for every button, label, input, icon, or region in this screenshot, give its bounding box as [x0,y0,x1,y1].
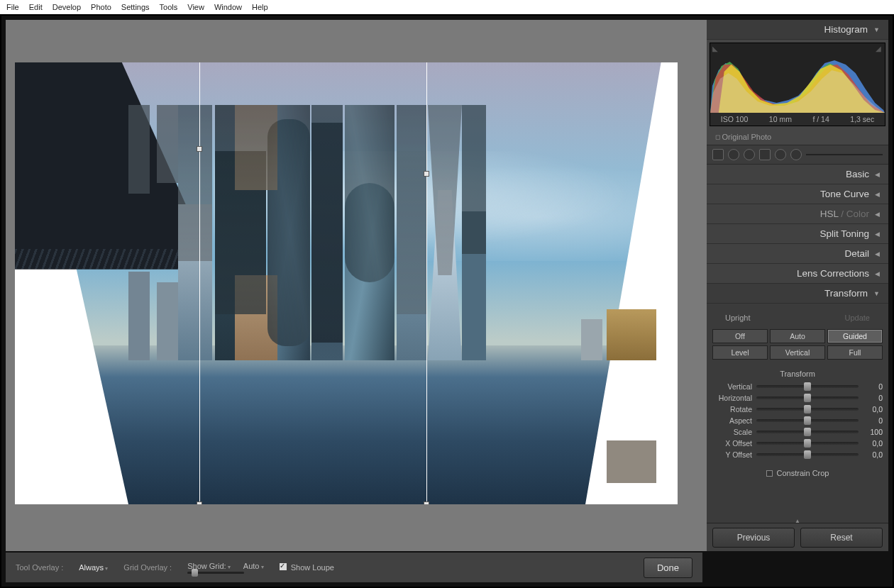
slider-value[interactable]: 0,0 [863,405,883,414]
app-window: Histogram▼ ◣ ◢ ISO 100 10 mm f / 14 1,3 … [0,14,894,588]
menu-help[interactable]: Help [248,1,272,13]
menu-edit[interactable]: Edit [25,1,47,13]
slider-track[interactable] [756,385,859,388]
guide-line-1[interactable] [199,62,200,504]
slider-label: Scale [712,428,752,436]
menu-tools[interactable]: Tools [155,1,182,13]
brush-tool-icon[interactable] [790,149,802,160]
highlight-clip-icon[interactable]: ◢ [876,45,883,52]
menu-develop[interactable]: Develop [48,1,85,13]
bottom-toolbar: Tool Overlay : Always Grid Overlay : Sho… [6,553,702,582]
right-panel-footer: ▲ Previous Reset [707,523,888,551]
upright-vertical-button[interactable]: Vertical [770,345,825,360]
menu-settings[interactable]: Settings [117,1,154,13]
slider-track[interactable] [756,396,859,399]
slider-track[interactable] [756,442,859,445]
upright-auto-button[interactable]: Auto [770,329,825,343]
grid-opacity-slider[interactable] [187,572,244,574]
tool-overlay-label: Tool Overlay : [16,563,63,572]
photo-preview[interactable] [15,62,678,504]
crop-tool-icon[interactable] [712,149,724,160]
guide-handle[interactable] [197,146,202,152]
grid-overlay-label: Grid Overlay : [123,563,172,572]
done-button[interactable]: Done [644,558,692,578]
panel-expand-icon[interactable]: ▲ [795,518,800,524]
menu-photo[interactable]: Photo [87,1,116,13]
slider-value[interactable]: 0 [863,382,883,391]
slider-track[interactable] [756,419,859,422]
grid-auto-dropdown[interactable]: Auto [243,562,264,570]
tool-size-slider[interactable] [806,154,883,155]
guide-handle[interactable] [197,501,202,504]
gradient-tool-icon[interactable] [759,149,771,160]
radial-tool-icon[interactable] [775,149,786,160]
transform-slider-horizontal[interactable]: Horizontal0 [712,394,883,402]
slider-track[interactable] [756,431,859,433]
panel-transform[interactable]: Transform▼ [707,284,888,304]
transform-slider-y-offset[interactable]: Y Offset0,0 [712,450,883,459]
tool-overlay-dropdown[interactable]: Always [79,563,108,572]
slider-value[interactable]: 0 [863,394,883,402]
slider-label: Y Offset [712,450,752,459]
upright-update[interactable]: Update [845,314,870,322]
panel-lens-corrections[interactable]: Lens Corrections◀ [707,264,888,284]
menu-bar: File Edit Develop Photo Settings Tools V… [0,0,894,14]
panel-detail[interactable]: Detail◀ [707,244,888,264]
transform-slider-aspect[interactable]: Aspect0 [712,416,883,425]
transform-panel-body: Upright Update Off Auto Guided Level Ver… [707,304,888,523]
guide-handle[interactable] [424,171,429,177]
panel-histogram-header[interactable]: Histogram▼ [707,20,888,40]
slider-value[interactable]: 0,0 [863,450,883,459]
image-canvas[interactable] [6,20,707,551]
transform-slider-vertical[interactable]: Vertical0 [712,382,883,391]
histogram[interactable]: ◣ ◢ ISO 100 10 mm f / 14 1,3 sec [710,43,885,126]
upright-full-button[interactable]: Full [827,345,883,360]
menu-view[interactable]: View [183,1,209,13]
upright-level-button[interactable]: Level [712,345,768,360]
previous-button[interactable]: Previous [712,528,795,548]
constrain-crop-checkbox[interactable]: Constrain Crop [712,469,883,477]
original-photo-toggle[interactable]: Original Photo [707,129,888,145]
panel-tone-curve[interactable]: Tone Curve◀ [707,184,888,204]
slider-value[interactable]: 0 [863,416,883,425]
shadow-clip-icon[interactable]: ◣ [712,45,719,52]
slider-track[interactable] [756,408,859,411]
slider-track[interactable] [756,453,859,456]
guide-handle[interactable] [424,501,429,504]
spot-tool-icon[interactable] [728,149,739,160]
slider-value[interactable]: 0,0 [863,439,883,448]
panel-hsl[interactable]: HSL / Color◀ [707,204,888,224]
upright-label: Upright [725,314,750,322]
show-loupe-checkbox[interactable]: Show Loupe [280,563,334,572]
transform-slider-rotate[interactable]: Rotate0,0 [712,405,883,414]
menu-window[interactable]: Window [210,1,246,13]
transform-section-title: Transform [712,370,883,378]
panel-basic[interactable]: Basic◀ [707,165,888,184]
slider-label: Vertical [712,382,752,391]
exif-readout: ISO 100 10 mm f / 14 1,3 sec [710,113,885,126]
slider-label: X Offset [712,439,752,448]
panel-split-toning[interactable]: Split Toning◀ [707,224,888,244]
right-panel: Histogram▼ ◣ ◢ ISO 100 10 mm f / 14 1,3 … [707,20,888,551]
slider-label: Aspect [712,416,752,425]
guide-line-2[interactable] [426,62,427,504]
local-adjust-toolstrip [707,145,888,165]
menu-file[interactable]: File [2,1,23,13]
slider-value[interactable]: 100 [863,428,883,436]
transform-slider-x-offset[interactable]: X Offset0,0 [712,439,883,448]
transform-slider-scale[interactable]: Scale100 [712,428,883,436]
slider-label: Horizontal [712,394,752,402]
redeye-tool-icon[interactable] [744,149,755,160]
slider-label: Rotate [712,405,752,414]
upright-guided-button[interactable]: Guided [827,329,883,343]
upright-off-button[interactable]: Off [712,329,768,343]
reset-button[interactable]: Reset [800,528,883,548]
